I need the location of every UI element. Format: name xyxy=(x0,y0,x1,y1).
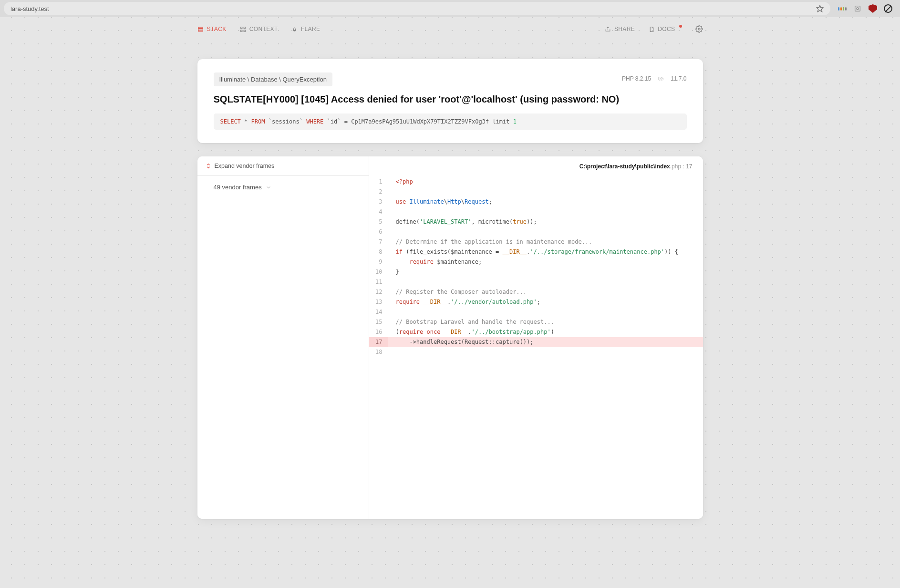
ignition-top-nav: STACK CONTEXT FLARE SHARE xyxy=(0,17,900,41)
sql-query-box: SELECT * FROM `sessions` WHERE `id` = Cp… xyxy=(214,113,687,130)
svg-rect-4 xyxy=(198,29,203,30)
error-summary-card: Illuminate \ Database \ QueryException P… xyxy=(197,59,703,143)
code-line: 14 xyxy=(369,307,703,317)
file-path-header: C:\project\lara-study\public\index.php :… xyxy=(369,156,703,177)
nav-context[interactable]: CONTEXT xyxy=(240,26,278,32)
code-line: 10} xyxy=(369,267,703,277)
code-line: 16(require_once __DIR__.'/../bootstrap/a… xyxy=(369,327,703,337)
nav-docs[interactable]: DOCS xyxy=(648,26,682,32)
svg-marker-0 xyxy=(817,5,823,11)
capture-icon[interactable] xyxy=(853,4,862,13)
nav-flare[interactable]: FLARE xyxy=(291,26,321,32)
code-line: 18 xyxy=(369,347,703,357)
file-dir: C:\project\lara-study\public\ xyxy=(579,163,655,170)
code-line: 5define('LARAVEL_START', microtime(true)… xyxy=(369,217,703,227)
browser-address-bar: lara-study.test xyxy=(0,0,900,17)
code-line: 17 ->handleRequest(Request::capture()); xyxy=(369,337,703,347)
file-ext: .php xyxy=(670,163,681,170)
error-title: SQLSTATE[HY000] [1045] Access denied for… xyxy=(214,94,687,105)
block-icon[interactable] xyxy=(884,4,892,13)
file-name: index xyxy=(655,163,670,170)
address-pill[interactable]: lara-study.test xyxy=(4,2,830,15)
file-line-number: 17 xyxy=(686,163,692,170)
stack-trace-card: Expand vendor frames 49 vendor frames C:… xyxy=(197,156,703,519)
vendor-frames-summary[interactable]: 49 vendor frames xyxy=(197,176,369,198)
expand-vendor-frames-button[interactable]: Expand vendor frames xyxy=(197,156,369,176)
svg-rect-3 xyxy=(198,27,203,28)
nav-stack[interactable]: STACK xyxy=(197,26,227,32)
stack-icon xyxy=(197,26,204,32)
nav-share[interactable]: SHARE xyxy=(605,26,635,32)
code-line: 6 xyxy=(369,227,703,237)
context-icon xyxy=(240,26,247,32)
code-viewer: C:\project\lara-study\public\index.php :… xyxy=(369,156,703,519)
code-line: 9 require $maintenance; xyxy=(369,257,703,267)
vendor-frames-count: 49 vendor frames xyxy=(214,184,262,191)
code-line: 3use Illuminate\Http\Request; xyxy=(369,197,703,207)
code-line: 7// Determine if the application is in m… xyxy=(369,237,703,247)
frames-column: Expand vendor frames 49 vendor frames xyxy=(197,156,369,519)
php-version: PHP 8.2.15 xyxy=(622,75,651,82)
expand-vendor-label: Expand vendor frames xyxy=(215,163,275,169)
share-icon xyxy=(605,26,611,32)
apps-grid-icon[interactable] xyxy=(838,4,847,13)
bookmark-star-icon[interactable] xyxy=(816,5,824,12)
laravel-icon xyxy=(658,76,664,82)
laravel-version: 11.7.0 xyxy=(671,75,686,82)
exception-class-badge: Illuminate \ Database \ QueryException xyxy=(214,72,332,86)
code-line: 2 xyxy=(369,187,703,197)
settings-button[interactable] xyxy=(695,25,703,33)
svg-rect-5 xyxy=(198,30,203,31)
code-line: 8if (file_exists($maintenance = __DIR__.… xyxy=(369,247,703,257)
svg-point-6 xyxy=(698,28,700,30)
flare-icon xyxy=(291,26,298,32)
docs-notification-dot xyxy=(679,25,682,28)
code-line: 15// Bootstrap Laravel and handle the re… xyxy=(369,317,703,327)
expand-icon xyxy=(206,163,211,169)
svg-rect-1 xyxy=(855,6,860,11)
nav-share-label: SHARE xyxy=(614,26,635,32)
code-line: 13require __DIR__.'/../vendor/autoload.p… xyxy=(369,297,703,307)
extension-icons xyxy=(834,4,896,13)
nav-docs-label: DOCS xyxy=(658,26,675,32)
url-text: lara-study.test xyxy=(10,5,49,12)
code-line: 1<?php xyxy=(369,177,703,187)
svg-point-2 xyxy=(857,8,859,10)
version-info: PHP 8.2.15 11.7.0 xyxy=(622,75,687,82)
docs-icon xyxy=(648,26,655,32)
code-line: 4 xyxy=(369,207,703,217)
code-body: 1<?php23use Illuminate\Http\Request;45de… xyxy=(369,177,703,357)
adblock-shield-icon[interactable] xyxy=(869,4,877,13)
chevron-down-icon xyxy=(266,185,271,190)
code-line: 12// Register the Composer autoloader... xyxy=(369,287,703,297)
nav-context-label: CONTEXT xyxy=(249,26,278,32)
nav-flare-label: FLARE xyxy=(301,26,321,32)
code-line: 11 xyxy=(369,277,703,287)
nav-stack-label: STACK xyxy=(207,26,227,32)
